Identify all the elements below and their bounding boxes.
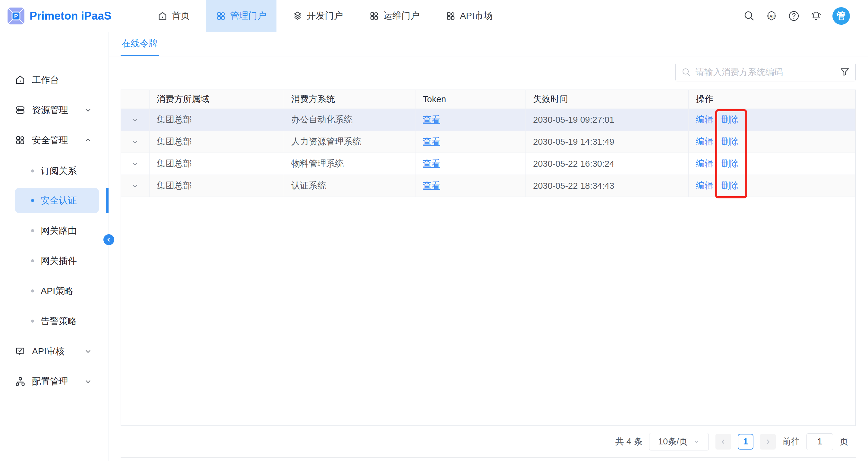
header-consumer-domain: 消费方所属域: [150, 90, 284, 109]
sitemap-icon: [15, 376, 25, 387]
token-view-link[interactable]: 查看: [423, 158, 440, 170]
grid-icon: [216, 11, 226, 21]
nav-label: 首页: [172, 10, 190, 22]
grid-icon: [15, 135, 25, 145]
cell-consumer-system: 办公自动化系统: [284, 109, 415, 130]
bullet-dot-icon: [31, 289, 34, 293]
next-page-button[interactable]: [760, 434, 776, 450]
page-size-select[interactable]: 10条/页: [649, 433, 709, 451]
pagination-bar: 共 4 条 10条/页 1 前往 页: [121, 426, 856, 458]
page-unit-label: 页: [840, 436, 848, 448]
goto-page-input[interactable]: [806, 433, 833, 450]
header-consumer-system: 消费方系统: [284, 90, 415, 109]
token-view-link[interactable]: 查看: [423, 180, 440, 192]
nav-ops-portal[interactable]: 运维门户: [359, 0, 430, 32]
sidebar-item-resource-mgmt[interactable]: 资源管理: [0, 99, 108, 121]
svg-text:AI: AI: [769, 14, 773, 19]
cell-expire-time: 2030-05-22 16:30:24: [526, 153, 689, 175]
portal-nav: 首页 管理门户 开发门户 运维门户: [148, 0, 508, 32]
ai-assistant-icon[interactable]: AI: [766, 10, 778, 22]
top-header: P Primeton iPaaS 首页 管理门户: [0, 0, 868, 32]
header-expand-column: [121, 90, 150, 109]
edit-link[interactable]: 编辑: [696, 136, 713, 148]
sidebar-item-workbench[interactable]: 工作台: [0, 69, 108, 90]
row-expand-button[interactable]: [121, 153, 150, 175]
tab-bar: 在线令牌: [109, 32, 868, 56]
cell-consumer-domain: 集团总部: [150, 153, 284, 175]
brand-name: Primeton iPaaS: [30, 10, 111, 22]
cell-consumer-system: 认证系统: [284, 175, 415, 196]
cell-expire-time: 2030-05-22 18:34:43: [526, 175, 689, 196]
token-view-link[interactable]: 查看: [423, 114, 440, 126]
nav-home[interactable]: 首页: [148, 0, 200, 32]
bullet-dot-icon: [31, 319, 34, 322]
table-header-row: 消费方所属域 消费方系统 Token 失效时间 操作: [121, 90, 855, 109]
nav-label: 开发门户: [307, 10, 343, 22]
sidebar-subitem-gateway-plugin[interactable]: 网关插件: [0, 250, 108, 271]
header-actions: 操作: [689, 90, 855, 109]
sidebar-subitem-gateway-route[interactable]: 网关路由: [0, 220, 108, 241]
chevron-down-icon: [131, 182, 139, 189]
chevron-down-icon: [693, 438, 700, 445]
tokens-table: 消费方所属域 消费方系统 Token 失效时间 操作 集团总部 办公自动化系统 …: [121, 90, 856, 426]
search-input[interactable]: [695, 67, 837, 78]
nav-admin-portal[interactable]: 管理门户: [206, 0, 276, 32]
row-expand-button[interactable]: [121, 175, 150, 196]
delete-link[interactable]: 删除: [721, 180, 739, 192]
cell-expire-time: 2030-05-19 09:27:01: [526, 109, 689, 130]
sidebar: 工作台 资源管理 安全管理 订阅关系: [0, 32, 109, 461]
delete-link[interactable]: 删除: [721, 114, 739, 126]
edit-link[interactable]: 编辑: [696, 158, 713, 170]
grid-icon: [446, 11, 456, 21]
layers-icon: [293, 11, 302, 21]
chevron-down-icon: [84, 106, 92, 114]
current-page-button[interactable]: 1: [738, 434, 753, 450]
row-expand-button[interactable]: [121, 131, 150, 153]
search-icon[interactable]: [743, 10, 755, 22]
sidebar-subitem-label: 安全认证: [41, 194, 77, 207]
tab-online-tokens[interactable]: 在线令牌: [121, 32, 159, 56]
sidebar-collapse-button[interactable]: [103, 234, 114, 245]
sidebar-subitem-security-auth[interactable]: 安全认证: [15, 188, 99, 213]
app-root: P Primeton iPaaS 首页 管理门户: [0, 0, 868, 461]
table-row: 集团总部 人力资源管理系统 查看 2030-05-19 14:31:49 编辑 …: [121, 131, 855, 153]
sidebar-active-indicator: [106, 188, 108, 213]
sidebar-subitem-alert-policy[interactable]: 告警策略: [0, 311, 108, 332]
sidebar-item-security-mgmt[interactable]: 安全管理: [0, 130, 108, 151]
bullet-dot-icon: [31, 259, 34, 262]
cell-expire-time: 2030-05-19 14:31:49: [526, 131, 689, 153]
avatar[interactable]: 管: [832, 7, 850, 25]
table-row: 集团总部 物料管理系统 查看 2030-05-22 16:30:24 编辑 删除: [121, 153, 855, 175]
chevron-right-icon: [765, 438, 771, 445]
delete-link[interactable]: 删除: [721, 158, 739, 170]
row-expand-button[interactable]: [121, 109, 150, 130]
chevron-down-icon: [84, 347, 92, 355]
brand: P Primeton iPaaS: [0, 7, 111, 25]
prev-page-button[interactable]: [715, 434, 731, 450]
bullet-dot-icon: [31, 229, 34, 232]
sidebar-subitem-label: API策略: [41, 285, 73, 297]
sidebar-subitem-subscription[interactable]: 订阅关系: [0, 160, 108, 182]
brand-logo-icon: P: [7, 7, 25, 25]
nav-dev-portal[interactable]: 开发门户: [282, 0, 353, 32]
grid-icon: [369, 11, 379, 21]
nav-api-market[interactable]: API市场: [436, 0, 503, 32]
header-token: Token: [415, 90, 526, 109]
chevron-down-icon: [131, 116, 139, 123]
chevron-left-icon: [106, 237, 112, 243]
edit-link[interactable]: 编辑: [696, 180, 713, 192]
sidebar-subitem-label: 订阅关系: [41, 165, 77, 177]
sidebar-item-label: 资源管理: [32, 104, 68, 116]
notifications-bell-icon[interactable]: [810, 10, 822, 22]
main-content: 在线令牌 消费方所属域 消费方系统 Token 失效时间: [109, 32, 868, 461]
sidebar-item-api-review[interactable]: API审核: [0, 341, 108, 362]
help-icon[interactable]: [788, 10, 800, 22]
sidebar-subitem-api-policy[interactable]: API策略: [0, 280, 108, 302]
delete-link[interactable]: 删除: [721, 136, 739, 148]
filter-icon[interactable]: [840, 67, 850, 77]
sidebar-item-config-mgmt[interactable]: 配置管理: [0, 371, 108, 392]
page-size-value: 10条/页: [658, 436, 688, 448]
token-view-link[interactable]: 查看: [423, 136, 440, 148]
edit-link[interactable]: 编辑: [696, 114, 713, 126]
pagination-total: 共 4 条: [615, 436, 643, 448]
